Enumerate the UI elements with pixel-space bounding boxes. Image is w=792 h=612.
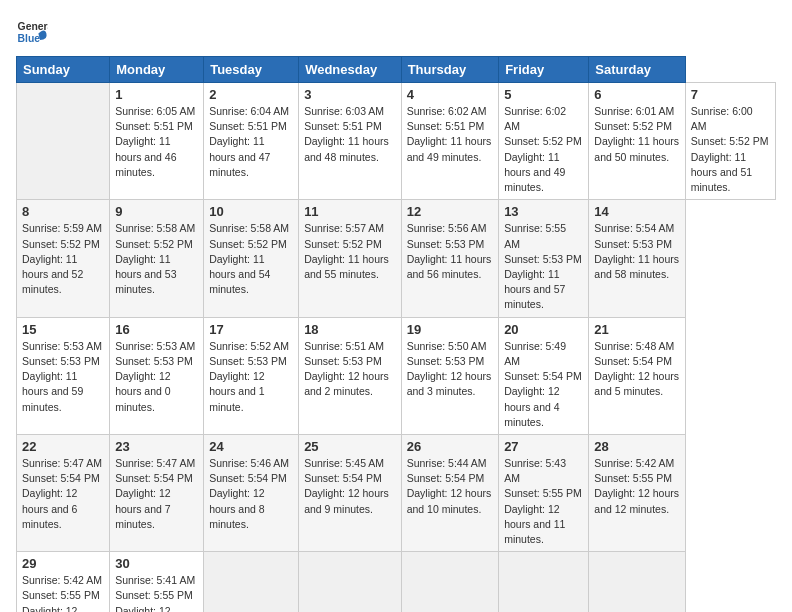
day-info: Sunrise: 5:44 AM Sunset: 5:54 PM Dayligh…	[407, 456, 493, 517]
day-number: 2	[209, 87, 293, 102]
day-number: 3	[304, 87, 396, 102]
day-info: Sunrise: 5:54 AM Sunset: 5:53 PM Dayligh…	[594, 221, 679, 282]
calendar-day-cell: 3 Sunrise: 6:03 AM Sunset: 5:51 PM Dayli…	[299, 83, 402, 200]
calendar-day-cell	[499, 552, 589, 612]
weekday-header-cell: Monday	[110, 57, 204, 83]
calendar-week-row: 8 Sunrise: 5:59 AM Sunset: 5:52 PM Dayli…	[17, 200, 776, 317]
calendar-week-row: 15 Sunrise: 5:53 AM Sunset: 5:53 PM Dayl…	[17, 317, 776, 434]
day-number: 17	[209, 322, 293, 337]
day-number: 20	[504, 322, 583, 337]
day-number: 19	[407, 322, 493, 337]
day-info: Sunrise: 5:53 AM Sunset: 5:53 PM Dayligh…	[115, 339, 198, 415]
calendar-day-cell: 22 Sunrise: 5:47 AM Sunset: 5:54 PM Dayl…	[17, 434, 110, 551]
day-number: 24	[209, 439, 293, 454]
calendar-day-cell: 20 Sunrise: 5:49 AM Sunset: 5:54 PM Dayl…	[499, 317, 589, 434]
day-number: 7	[691, 87, 770, 102]
calendar-week-row: 22 Sunrise: 5:47 AM Sunset: 5:54 PM Dayl…	[17, 434, 776, 551]
day-number: 30	[115, 556, 198, 571]
logo: General Blue	[16, 16, 48, 48]
day-info: Sunrise: 5:43 AM Sunset: 5:55 PM Dayligh…	[504, 456, 583, 547]
page-header: General Blue	[16, 16, 776, 48]
day-number: 6	[594, 87, 679, 102]
day-number: 16	[115, 322, 198, 337]
day-info: Sunrise: 6:03 AM Sunset: 5:51 PM Dayligh…	[304, 104, 396, 165]
calendar-day-cell: 30 Sunrise: 5:41 AM Sunset: 5:55 PM Dayl…	[110, 552, 204, 612]
calendar-day-cell: 2 Sunrise: 6:04 AM Sunset: 5:51 PM Dayli…	[204, 83, 299, 200]
day-info: Sunrise: 5:57 AM Sunset: 5:52 PM Dayligh…	[304, 221, 396, 282]
day-info: Sunrise: 5:52 AM Sunset: 5:53 PM Dayligh…	[209, 339, 293, 415]
calendar-day-cell: 28 Sunrise: 5:42 AM Sunset: 5:55 PM Dayl…	[589, 434, 685, 551]
day-number: 4	[407, 87, 493, 102]
calendar-day-cell: 10 Sunrise: 5:58 AM Sunset: 5:52 PM Dayl…	[204, 200, 299, 317]
day-number: 12	[407, 204, 493, 219]
calendar-day-cell: 29 Sunrise: 5:42 AM Sunset: 5:55 PM Dayl…	[17, 552, 110, 612]
day-info: Sunrise: 5:51 AM Sunset: 5:53 PM Dayligh…	[304, 339, 396, 400]
day-number: 22	[22, 439, 104, 454]
day-info: Sunrise: 5:46 AM Sunset: 5:54 PM Dayligh…	[209, 456, 293, 532]
weekday-header-row: SundayMondayTuesdayWednesdayThursdayFrid…	[17, 57, 776, 83]
calendar-body: 1 Sunrise: 6:05 AM Sunset: 5:51 PM Dayli…	[17, 83, 776, 613]
svg-text:Blue: Blue	[18, 33, 41, 44]
calendar-day-cell	[401, 552, 498, 612]
day-info: Sunrise: 5:56 AM Sunset: 5:53 PM Dayligh…	[407, 221, 493, 282]
day-number: 29	[22, 556, 104, 571]
day-number: 1	[115, 87, 198, 102]
weekday-header-cell: Saturday	[589, 57, 685, 83]
day-info: Sunrise: 6:01 AM Sunset: 5:52 PM Dayligh…	[594, 104, 679, 165]
weekday-header-cell: Tuesday	[204, 57, 299, 83]
calendar-day-cell: 15 Sunrise: 5:53 AM Sunset: 5:53 PM Dayl…	[17, 317, 110, 434]
day-number: 25	[304, 439, 396, 454]
day-number: 14	[594, 204, 679, 219]
day-info: Sunrise: 5:45 AM Sunset: 5:54 PM Dayligh…	[304, 456, 396, 517]
day-number: 23	[115, 439, 198, 454]
day-info: Sunrise: 5:49 AM Sunset: 5:54 PM Dayligh…	[504, 339, 583, 430]
calendar-table: SundayMondayTuesdayWednesdayThursdayFrid…	[16, 56, 776, 612]
day-info: Sunrise: 5:50 AM Sunset: 5:53 PM Dayligh…	[407, 339, 493, 400]
calendar-day-cell: 13 Sunrise: 5:55 AM Sunset: 5:53 PM Dayl…	[499, 200, 589, 317]
day-number: 10	[209, 204, 293, 219]
day-number: 5	[504, 87, 583, 102]
calendar-day-cell: 24 Sunrise: 5:46 AM Sunset: 5:54 PM Dayl…	[204, 434, 299, 551]
day-info: Sunrise: 5:58 AM Sunset: 5:52 PM Dayligh…	[209, 221, 293, 297]
calendar-day-cell: 4 Sunrise: 6:02 AM Sunset: 5:51 PM Dayli…	[401, 83, 498, 200]
day-info: Sunrise: 6:02 AM Sunset: 5:52 PM Dayligh…	[504, 104, 583, 195]
calendar-day-cell: 19 Sunrise: 5:50 AM Sunset: 5:53 PM Dayl…	[401, 317, 498, 434]
day-info: Sunrise: 5:41 AM Sunset: 5:55 PM Dayligh…	[115, 573, 198, 612]
day-info: Sunrise: 5:53 AM Sunset: 5:53 PM Dayligh…	[22, 339, 104, 415]
calendar-day-cell	[589, 552, 685, 612]
day-info: Sunrise: 5:58 AM Sunset: 5:52 PM Dayligh…	[115, 221, 198, 297]
day-number: 8	[22, 204, 104, 219]
weekday-header-cell: Wednesday	[299, 57, 402, 83]
calendar-day-cell	[299, 552, 402, 612]
calendar-day-cell: 14 Sunrise: 5:54 AM Sunset: 5:53 PM Dayl…	[589, 200, 685, 317]
calendar-week-row: 1 Sunrise: 6:05 AM Sunset: 5:51 PM Dayli…	[17, 83, 776, 200]
day-info: Sunrise: 5:59 AM Sunset: 5:52 PM Dayligh…	[22, 221, 104, 297]
calendar-day-cell: 12 Sunrise: 5:56 AM Sunset: 5:53 PM Dayl…	[401, 200, 498, 317]
day-number: 9	[115, 204, 198, 219]
calendar-day-cell: 5 Sunrise: 6:02 AM Sunset: 5:52 PM Dayli…	[499, 83, 589, 200]
calendar-day-cell: 11 Sunrise: 5:57 AM Sunset: 5:52 PM Dayl…	[299, 200, 402, 317]
day-number: 11	[304, 204, 396, 219]
calendar-day-cell: 18 Sunrise: 5:51 AM Sunset: 5:53 PM Dayl…	[299, 317, 402, 434]
calendar-day-cell	[204, 552, 299, 612]
calendar-day-cell: 27 Sunrise: 5:43 AM Sunset: 5:55 PM Dayl…	[499, 434, 589, 551]
day-info: Sunrise: 5:55 AM Sunset: 5:53 PM Dayligh…	[504, 221, 583, 312]
day-info: Sunrise: 6:00 AM Sunset: 5:52 PM Dayligh…	[691, 104, 770, 195]
logo-icon: General Blue	[16, 16, 48, 48]
calendar-day-cell: 21 Sunrise: 5:48 AM Sunset: 5:54 PM Dayl…	[589, 317, 685, 434]
calendar-day-cell: 25 Sunrise: 5:45 AM Sunset: 5:54 PM Dayl…	[299, 434, 402, 551]
calendar-day-cell: 7 Sunrise: 6:00 AM Sunset: 5:52 PM Dayli…	[685, 83, 775, 200]
empty-cell	[17, 83, 110, 200]
calendar-day-cell: 16 Sunrise: 5:53 AM Sunset: 5:53 PM Dayl…	[110, 317, 204, 434]
calendar-day-cell: 26 Sunrise: 5:44 AM Sunset: 5:54 PM Dayl…	[401, 434, 498, 551]
day-info: Sunrise: 5:42 AM Sunset: 5:55 PM Dayligh…	[594, 456, 679, 517]
calendar-day-cell: 23 Sunrise: 5:47 AM Sunset: 5:54 PM Dayl…	[110, 434, 204, 551]
day-info: Sunrise: 5:47 AM Sunset: 5:54 PM Dayligh…	[22, 456, 104, 532]
day-info: Sunrise: 5:47 AM Sunset: 5:54 PM Dayligh…	[115, 456, 198, 532]
weekday-header-cell: Thursday	[401, 57, 498, 83]
day-info: Sunrise: 6:04 AM Sunset: 5:51 PM Dayligh…	[209, 104, 293, 180]
weekday-header-cell: Friday	[499, 57, 589, 83]
weekday-header-cell: Sunday	[17, 57, 110, 83]
day-info: Sunrise: 5:42 AM Sunset: 5:55 PM Dayligh…	[22, 573, 104, 612]
calendar-week-row: 29 Sunrise: 5:42 AM Sunset: 5:55 PM Dayl…	[17, 552, 776, 612]
